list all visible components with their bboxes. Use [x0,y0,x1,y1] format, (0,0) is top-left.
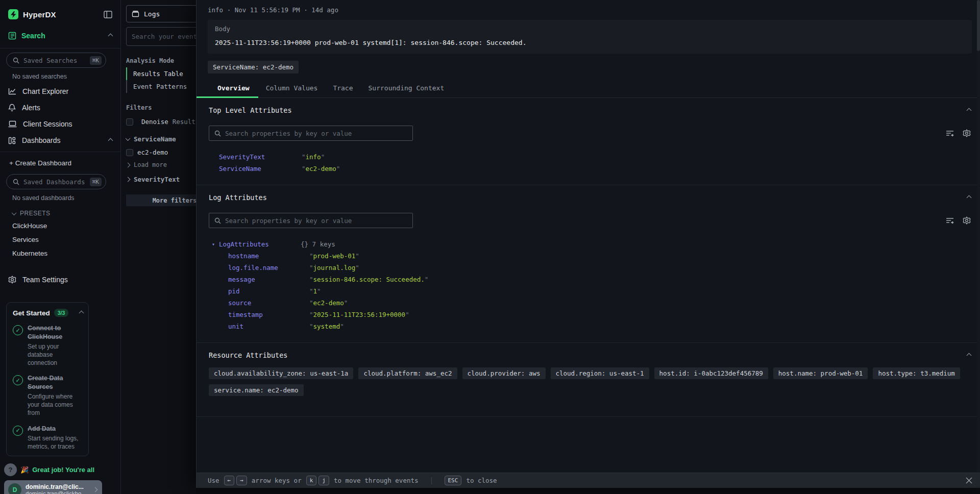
attr-key[interactable]: LogAttributes [219,240,301,248]
attribute-row[interactable]: pid"1" [209,285,971,297]
footer-text: Use [208,477,219,484]
attribute-row[interactable]: log.file.name"journal.log" [209,262,971,274]
sidebar-item-team-settings[interactable]: Team Settings [0,271,120,288]
tab-trace[interactable]: Trace [325,80,360,97]
sidebar-item-client-sessions[interactable]: Client Sessions [0,116,120,132]
resource-chip[interactable]: cloud.region: us-east-1 [551,367,649,379]
resource-chip[interactable]: cloud.availability_zone: us-east-1a [209,367,353,379]
attr-key[interactable]: unit [228,323,309,330]
tab-column-values[interactable]: Column Values [258,80,326,97]
get-started-item[interactable]: ✓Connect to ClickHouseSet up your databa… [13,324,83,367]
get-started-item[interactable]: ✓Create Data SourcesConfigure where your… [13,374,83,417]
attr-key[interactable]: hostname [228,252,309,260]
preset-kubernetes[interactable]: Kubernetes [0,246,120,260]
top-level-search-input[interactable]: Search properties by key or value [209,126,413,141]
footer-text: to close [466,477,497,484]
sidebar-item-chart-explorer[interactable]: Chart Explorer [0,83,120,100]
event-search-input[interactable]: Search your events [126,27,196,46]
chevron-up-icon[interactable] [108,33,113,38]
search-icon [13,57,19,64]
brand-name: HyperDX [23,10,56,19]
quote-mark: " [309,252,313,260]
resource-chip[interactable]: host.type: t3.medium [873,367,960,379]
resource-chip[interactable]: host.id: i-0abc123def456789 [654,367,768,379]
saved-searches-input[interactable]: Saved Searches ⌘K [6,53,106,68]
arrow-key-hint: → [236,476,247,485]
resource-chip[interactable]: host.name: prod-web-01 [773,367,868,379]
presets-header[interactable]: PRESETS [0,205,120,219]
log-attributes-search-input[interactable]: Search properties by key or value [209,213,413,228]
brand[interactable]: HyperDX [8,9,56,19]
footer-text: to move through events [334,477,419,484]
attribute-row[interactable]: SeverityText"info" [209,151,971,163]
service-name-tag[interactable]: ServiceName: ec2-demo [208,61,299,73]
line-wrap-icon[interactable] [946,217,954,224]
create-dashboard-button[interactable]: + Create Dashboard [0,155,120,170]
section-resource-attributes: Resource Attributes cloud.availability_z… [197,343,980,417]
filter-value-ec2-demo[interactable]: ec2-demo [121,145,196,159]
attribute-row[interactable]: ServiceName"ec2-demo" [209,163,971,175]
tab-overview[interactable]: Overview [197,80,258,97]
sidebar-item-search[interactable]: Search [0,27,120,45]
line-wrap-icon[interactable] [946,130,954,137]
gear-icon[interactable] [963,129,971,137]
log-attributes-root-row[interactable]: ▾ LogAttributes {} 7 keys [209,238,971,250]
resource-chip[interactable]: service.name: ec2-demo [209,384,304,396]
log-attribute-rows: ▾ LogAttributes {} 7 keys hostname"prod-… [209,238,971,332]
preset-services[interactable]: Services [0,233,120,246]
quote-mark: " [302,153,306,161]
chevron-up-icon[interactable] [79,310,84,315]
attr-key[interactable]: source [228,299,309,307]
load-more-link[interactable]: Load more [121,159,196,168]
resource-chip[interactable]: cloud.platform: aws_ec2 [358,367,457,379]
mode-event-patterns[interactable]: Event Patterns [126,80,196,93]
attr-key[interactable]: message [228,276,309,283]
attr-key[interactable]: pid [228,287,309,295]
attr-key[interactable]: ServiceName [219,165,302,172]
filter-group-servicename[interactable]: ServiceName [121,128,196,145]
search-icon [214,217,221,224]
attribute-row[interactable]: unit"systemd" [209,320,971,332]
scrollbar-thumb[interactable] [977,0,980,51]
mode-results-table[interactable]: Results Table [126,67,196,80]
user-card[interactable]: D dominic.tran@clic... dominic.tran@clic… [4,480,102,494]
close-icon[interactable] [965,477,973,484]
tab-surrounding-context[interactable]: Surrounding Context [361,80,452,97]
caret-down-icon[interactable]: ▾ [212,241,219,247]
saved-dashboards-input[interactable]: Saved Dashboards ⌘K [6,174,106,189]
gear-icon[interactable] [963,216,971,225]
attr-key[interactable]: SeverityText [219,153,302,161]
filter-group-severitytext[interactable]: SeverityText [121,168,196,185]
denoise-checkbox[interactable] [126,118,133,126]
preset-clickhouse[interactable]: ClickHouse [0,219,120,233]
sidebar-item-alerts[interactable]: Alerts [0,100,120,116]
collapse-chevron-icon[interactable] [967,353,972,358]
more-filters-button[interactable]: More filters [126,194,196,206]
quote-mark: " [340,323,344,330]
attr-value: ec2-demo [313,299,344,307]
sidebar-toggle-icon[interactable] [104,11,112,18]
laptop-icon [8,120,17,128]
event-tabs: OverviewColumn ValuesTraceSurrounding Co… [197,80,980,98]
attr-value: journal.log [313,264,356,271]
denoise-toggle[interactable]: Denoise Results [121,114,196,128]
attr-key[interactable]: log.file.name [228,264,309,271]
get-started-item[interactable]: ✓Add DataStart sending logs, metrics, or… [13,425,83,451]
chevron-up-icon[interactable] [108,138,113,143]
nav-label: Chart Explorer [22,87,68,95]
event-search-placeholder: Search your events [132,33,196,40]
attribute-row[interactable]: message"session-846.scope: Succeeded." [209,274,971,285]
collapse-chevron-icon[interactable] [967,195,972,200]
sidebar-item-dashboards[interactable]: Dashboards [0,132,120,149]
scrollbar-track[interactable] [977,0,980,488]
value-checkbox[interactable] [126,149,133,156]
attribute-row[interactable]: source"ec2-demo" [209,297,971,309]
source-select-button[interactable]: Logs [126,5,196,22]
attribute-row[interactable]: hostname"prod-web-01" [209,250,971,262]
attr-key[interactable]: timestamp [228,311,309,318]
collapse-chevron-icon[interactable] [967,108,972,113]
help-button[interactable]: ? [4,463,17,476]
attribute-row[interactable]: timestamp"2025-11-11T23:56:19+0000" [209,309,971,320]
resource-chip[interactable]: cloud.provider: aws [462,367,546,379]
nav-label: Alerts [22,104,40,112]
